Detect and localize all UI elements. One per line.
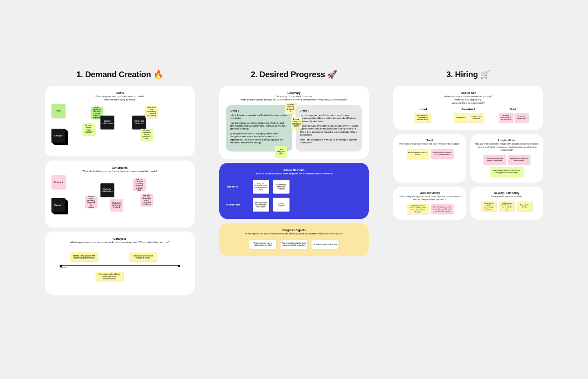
trust-card[interactable]: Trust How does the consumer come to trus…	[393, 134, 466, 182]
timeline-label: timeline	[60, 266, 67, 269]
sticky-y2[interactable]: My team understands the priorities I set	[140, 129, 153, 141]
sticky-g1-hang1[interactable]: Focused more on leadership	[285, 103, 296, 114]
jtbd-r2-label: so that I can	[226, 203, 249, 206]
constraints-heading: Constraints	[51, 166, 188, 169]
sticky-cat1[interactable]: Started a new position with leadership r…	[70, 252, 98, 261]
jtbd-sub: Describe in one sentence what progress t…	[226, 172, 363, 176]
novelty-a[interactable]: Being able to apply it immediately feels…	[481, 201, 497, 211]
value-h: Value for Money	[397, 192, 462, 194]
g1-p2: I noticed that we struggle to collaborat…	[230, 122, 288, 131]
timeline	[60, 265, 180, 266]
hired-cell: An integrative / all-streaming solution …	[400, 113, 445, 123]
goals-heading: Goals	[51, 91, 188, 94]
novelty-card[interactable]: Novelty / Familiarity What sounds novel …	[470, 187, 543, 220]
sticky-cp4[interactable]: Our team size isn't allowed to match man…	[140, 194, 153, 206]
fired-cell: Running workshops in the room face In-pe…	[491, 113, 537, 123]
sticky-cat3[interactable]: is frustrated with inefficient collabora…	[96, 272, 123, 281]
goals-card[interactable]: Goals What progress do consumers want to…	[45, 86, 195, 156]
catalysts-sub: What triggers the consumer to start look…	[51, 241, 188, 244]
g1-title: Group 1	[230, 109, 288, 112]
column-demand-creation: 1. Demand Creation 🔥 Goals What progress…	[45, 69, 195, 299]
novelty-b[interactable]: Collaborating with others, who are on it…	[499, 201, 514, 211]
signals-sub: What signals tell the consumer they are …	[226, 232, 363, 236]
choice-body: Hired Considered Fired An integrative / …	[400, 108, 537, 123]
imagined-a[interactable]: This will not work like a physical white…	[483, 155, 506, 165]
g2-p1: I am in a new role, and I try to get on …	[300, 114, 358, 123]
sticky-g2-hang1[interactable]: Focused more on managing others	[291, 117, 302, 129]
trust-h: Trust	[397, 139, 462, 142]
novelty-c[interactable]: Sticky-feel is familiar	[517, 201, 532, 211]
sticky-b2[interactable]: Games and individuals	[132, 116, 146, 129]
value-b[interactable]: Cost of rolling out is the same for us a…	[431, 204, 453, 214]
sig-c[interactable]: I answer requests in less time	[312, 240, 339, 249]
sig-b[interactable]: Team members start to show progress to e…	[281, 240, 307, 249]
signals-card[interactable]: Progress Signals What signals tell the c…	[219, 223, 369, 256]
g2-p3: What I am looking for is a way to tie al…	[300, 138, 358, 145]
novelty-h: Novelty / Familiarity	[474, 192, 539, 194]
jtbd-r1-b[interactable]: org chances, effectively establish	[273, 180, 290, 194]
sticky-cat-stack[interactable]: Category	[51, 198, 65, 212]
fired-a[interactable]: Running workshops in the room face	[499, 113, 513, 123]
cons-a[interactable]: Whiteboards	[454, 113, 468, 123]
jtbd-row-2: so that I can lead my people to collabor…	[226, 198, 363, 212]
imagined-c[interactable]: Being infinite, we won't have to start t…	[490, 167, 523, 177]
value-sub: How do they justify price? What other pr…	[397, 195, 462, 201]
summary-groups: Group 1 I did it. I started a new role a…	[226, 105, 363, 152]
imagined-card[interactable]: Imagined Use How does the consumer imagi…	[470, 134, 543, 182]
g2-title: Group 2	[300, 109, 358, 112]
sticky-cat2[interactable]: Once the team needs to manage it, result…	[129, 252, 157, 261]
trust-sub: How does the consumer come to trust / mi…	[397, 143, 462, 145]
col3-title: 3. Hiring 🛒	[393, 69, 543, 79]
catalysts-heading: Catalysts	[51, 237, 188, 240]
hired-note[interactable]: An integrative / all-streaming solution …	[414, 113, 431, 123]
novelty-sub: What sounds novel or familiar?	[474, 195, 539, 198]
sticky-cp1[interactable]: To me it also frequently reach out for u…	[85, 196, 97, 208]
sticky-cp2[interactable]: Stakeholders are not involved	[110, 199, 122, 211]
cons-b[interactable]: Google Docs / drawings	[469, 113, 483, 123]
g2-p2: In order to make my priorities clear and…	[300, 125, 358, 137]
summary-sub: Tell a story of your ideal customer. Wha…	[226, 95, 363, 102]
value-body: Comparing pricing to rooms or training w…	[397, 204, 462, 214]
column-desired-progress: 2. Desired Progress 🚀 Summary Tell a sto…	[219, 69, 369, 256]
sticky-cp3[interactable]: To my team – there are too many channels…	[133, 178, 145, 191]
sticky-category-stack[interactable]: Category	[51, 129, 65, 143]
sticky-y1[interactable]: I feel that I lose something… (written o…	[145, 106, 158, 118]
column-hiring: 3. Hiring 🛒 Choice Set What solutions is…	[393, 69, 543, 220]
sticky-g2[interactable]: My team works more creatively	[82, 123, 95, 135]
trust-b[interactable]: Pricing often instructive and seemed hid…	[431, 149, 453, 159]
goals-area: Goal Category Using team time effectivel…	[51, 104, 188, 149]
summary-group-1[interactable]: Group 1 I did it. I started a new role a…	[226, 105, 292, 152]
imagined-b[interactable]: How to learn will be all about stickers	[508, 155, 530, 165]
constraints-card[interactable]: Constraints What blocks the consumer fro…	[45, 161, 195, 228]
jtbd-card[interactable]: Job to Be Done Describe in one sentence …	[219, 163, 369, 219]
trust-a[interactable]: Recommendation from a friend	[407, 149, 429, 159]
col1-title: 1. Demand Creation 🔥	[45, 69, 195, 79]
choice-set-card[interactable]: Choice Set What solutions is the consume…	[393, 86, 543, 130]
choice-sub: What solutions is the consumer using tod…	[400, 95, 537, 105]
considered-cell: Whiteboards Google Docs / drawings	[445, 113, 491, 123]
row-trust-imagined: Trust How does the consumer come to trus…	[393, 134, 543, 182]
value-a[interactable]: Comparing pricing to rooms or training w…	[407, 204, 429, 214]
g1-p1: I did it. I started a new role and final…	[230, 114, 288, 120]
jtbd-row-1: Help me to bring our distributed work in…	[226, 180, 363, 194]
sticky-g1-hang2[interactable]: Let's keep this one	[275, 146, 287, 157]
jtbd-r1-a[interactable]: bring our distributed work in one place …	[253, 180, 269, 194]
constraints-sub: What blocks the consumer from achieving …	[51, 170, 188, 173]
summary-group-2[interactable]: Group 2 I am in a new role, and I try to…	[296, 105, 362, 152]
summary-card[interactable]: Summary Tell a story of your ideal custo…	[219, 86, 369, 159]
sticky-pair[interactable]: Paraisoand	[51, 175, 65, 189]
g1-p3: By being an example and engaging others,…	[230, 132, 288, 145]
sig-a[interactable]: Team members start to collaborate more o…	[249, 240, 276, 249]
value-card[interactable]: Value for Money How do they justify pric…	[393, 187, 466, 220]
fired-b[interactable]: In-person workshops	[514, 113, 528, 123]
jtbd-r2-a[interactable]: lead my people to collaborate more often	[253, 198, 269, 212]
catalysts-card[interactable]: Catalysts What triggers the consumer to …	[45, 232, 195, 295]
sticky-cb1[interactable]: Caring for stakeholders	[100, 183, 114, 197]
sticky-goal-label[interactable]: Goal	[51, 104, 65, 118]
jtbd-r2-b[interactable]: push for progress	[273, 198, 290, 212]
imagined-body: This will not work like a physical white…	[474, 155, 539, 177]
row-value-novelty: Value for Money How do they justify pric…	[393, 187, 543, 220]
col2-title: 2. Desired Progress 🚀	[219, 69, 369, 79]
sticky-b1[interactable]: Creative collaboration	[100, 116, 114, 129]
choice-heading: Choice Set	[400, 91, 537, 94]
